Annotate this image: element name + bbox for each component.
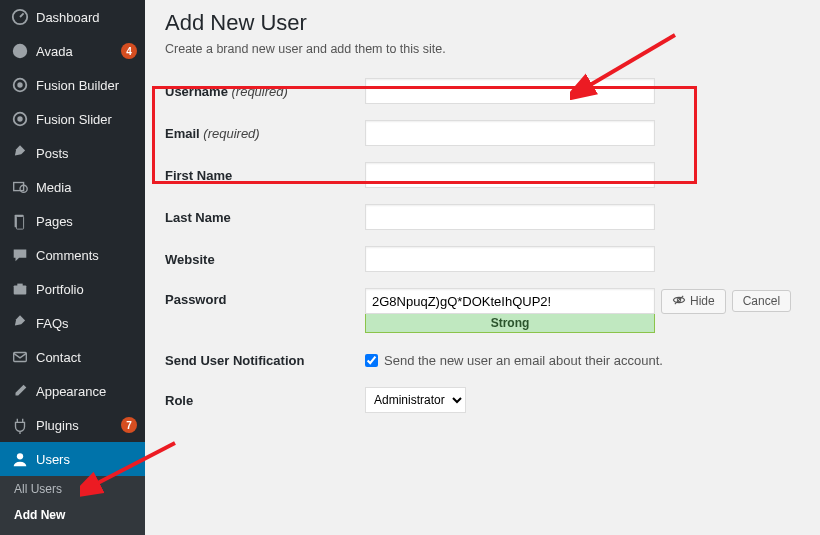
row-username: Username (required) xyxy=(165,70,800,112)
sidebar-item-dashboard[interactable]: Dashboard xyxy=(0,0,145,34)
sidebar-item-label: Users xyxy=(36,452,137,467)
portfolio-icon xyxy=(10,279,30,299)
sidebar-item-avada[interactable]: Avada 4 xyxy=(0,34,145,68)
page-desc: Create a brand new user and add them to … xyxy=(165,42,800,56)
row-notification: Send User Notification Send the new user… xyxy=(165,341,800,379)
sidebar-item-pages[interactable]: Pages xyxy=(0,204,145,238)
dashboard-icon xyxy=(10,7,30,27)
plugin-icon xyxy=(10,415,30,435)
email-label: Email xyxy=(165,126,200,141)
comment-icon xyxy=(10,245,30,265)
svg-rect-10 xyxy=(14,285,27,294)
lastname-label: Last Name xyxy=(165,210,231,225)
role-label: Role xyxy=(165,393,193,408)
row-website: Website xyxy=(165,238,800,280)
sidebar-item-users[interactable]: Users xyxy=(0,442,145,476)
firstname-label: First Name xyxy=(165,168,232,183)
submenu-add-new[interactable]: Add New xyxy=(0,502,145,528)
svg-point-3 xyxy=(17,82,22,87)
sidebar-item-label: FAQs xyxy=(36,316,137,331)
sidebar-item-faqs[interactable]: FAQs xyxy=(0,306,145,340)
sidebar-item-label: Fusion Builder xyxy=(36,78,137,93)
send-notification-checkbox[interactable] xyxy=(365,354,378,367)
row-role: Role Administrator xyxy=(165,379,800,421)
sidebar-item-media[interactable]: Media xyxy=(0,170,145,204)
username-input[interactable] xyxy=(365,78,655,104)
sidebar-item-label: Dashboard xyxy=(36,10,137,25)
sidebar-item-label: Avada xyxy=(36,44,117,59)
svg-point-1 xyxy=(13,44,27,58)
eye-off-icon xyxy=(672,293,686,310)
users-submenu: All Users Add New Your Profile xyxy=(0,476,145,535)
required-text: (required) xyxy=(232,84,288,99)
users-icon xyxy=(10,449,30,469)
page-icon xyxy=(10,211,30,231)
submenu-all-users[interactable]: All Users xyxy=(0,476,145,502)
admin-sidebar: Dashboard Avada 4 Fusion Builder Fusion … xyxy=(0,0,145,535)
update-badge: 7 xyxy=(121,417,137,433)
sidebar-item-label: Appearance xyxy=(36,384,137,399)
sidebar-item-portfolio[interactable]: Portfolio xyxy=(0,272,145,306)
email-input[interactable] xyxy=(365,120,655,146)
sidebar-item-label: Media xyxy=(36,180,137,195)
sidebar-item-fusion-slider[interactable]: Fusion Slider xyxy=(0,102,145,136)
role-select[interactable]: Administrator xyxy=(365,387,466,413)
svg-point-5 xyxy=(17,116,22,121)
sidebar-item-label: Posts xyxy=(36,146,137,161)
row-lastname: Last Name xyxy=(165,196,800,238)
password-input[interactable] xyxy=(365,288,655,314)
cancel-password-button[interactable]: Cancel xyxy=(732,290,791,312)
password-label: Password xyxy=(165,292,226,307)
row-password: Password Hide Cancel Strong xyxy=(165,280,800,341)
lastname-input[interactable] xyxy=(365,204,655,230)
sidebar-item-label: Fusion Slider xyxy=(36,112,137,127)
notify-label: Send User Notification xyxy=(165,353,304,368)
submenu-your-profile[interactable]: Your Profile xyxy=(0,528,145,535)
media-icon xyxy=(10,177,30,197)
fusion-icon xyxy=(10,109,30,129)
sidebar-item-fusion-builder[interactable]: Fusion Builder xyxy=(0,68,145,102)
sidebar-item-appearance[interactable]: Appearance xyxy=(0,374,145,408)
sidebar-item-label: Portfolio xyxy=(36,282,137,297)
row-firstname: First Name xyxy=(165,154,800,196)
main-content: Add New User Create a brand new user and… xyxy=(145,0,820,535)
sidebar-item-posts[interactable]: Posts xyxy=(0,136,145,170)
sidebar-item-plugins[interactable]: Plugins 7 xyxy=(0,408,145,442)
pin-icon xyxy=(10,143,30,163)
website-input[interactable] xyxy=(365,246,655,272)
sidebar-item-label: Pages xyxy=(36,214,137,229)
svg-point-13 xyxy=(17,453,23,459)
page-title: Add New User xyxy=(165,10,800,36)
sidebar-item-label: Contact xyxy=(36,350,137,365)
sidebar-item-label: Plugins xyxy=(36,418,117,433)
password-strength-meter: Strong xyxy=(365,314,655,333)
row-email: Email (required) xyxy=(165,112,800,154)
sidebar-item-contact[interactable]: Contact xyxy=(0,340,145,374)
sidebar-item-label: Comments xyxy=(36,248,137,263)
firstname-input[interactable] xyxy=(365,162,655,188)
hide-password-button[interactable]: Hide xyxy=(661,289,726,314)
pin-icon xyxy=(10,313,30,333)
svg-rect-9 xyxy=(16,217,23,230)
svg-rect-12 xyxy=(14,353,27,362)
update-badge: 4 xyxy=(121,43,137,59)
website-label: Website xyxy=(165,252,215,267)
username-label: Username xyxy=(165,84,228,99)
svg-rect-11 xyxy=(17,284,22,287)
sidebar-item-comments[interactable]: Comments xyxy=(0,238,145,272)
notify-text: Send the new user an email about their a… xyxy=(384,353,663,368)
brush-icon xyxy=(10,381,30,401)
fusion-icon xyxy=(10,75,30,95)
required-text: (required) xyxy=(203,126,259,141)
contact-icon xyxy=(10,347,30,367)
avada-icon xyxy=(10,41,30,61)
svg-rect-6 xyxy=(14,183,24,191)
